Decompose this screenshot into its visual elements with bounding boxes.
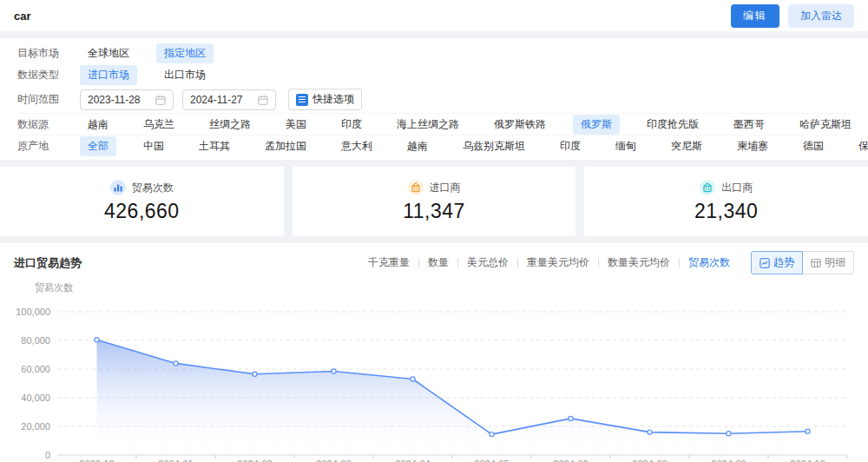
target-market-option[interactable]: 指定地区 [156,43,214,63]
svg-text:80,000: 80,000 [21,335,50,346]
data-type-label: 数据类型 [17,68,80,82]
data-source-label: 数据源 [17,117,80,132]
origin-option[interactable]: 孟加拉国 [257,136,314,156]
metric-tab-1[interactable]: 千克重量 [359,255,418,270]
stat-value: 11,347 [403,200,465,223]
origin-option[interactable]: 越南 [399,136,436,156]
target-market-options: 全球地区指定地区 [80,43,214,63]
svg-text:2023-12: 2023-12 [79,459,114,462]
origin-label: 原产地 [17,139,80,154]
origin-option[interactable]: 保加利亚 [851,136,868,156]
data-source-options: 越南乌克兰丝绸之路美国印度海上丝绸之路俄罗斯铁路俄罗斯印度抢先版墨西哥哈萨克斯坦… [80,115,868,135]
data-source-option[interactable]: 乌克兰 [135,115,182,135]
svg-text:2024-10: 2024-10 [790,459,825,462]
svg-text:100,000: 100,000 [16,307,50,317]
data-source-option[interactable]: 俄罗斯 [573,115,620,135]
origin-option[interactable]: 乌兹别克斯坦 [455,136,533,156]
metric-tabs: 千克重量数量美元总价重量美元均价数量美元均价贸易次数 [359,255,739,270]
stat-header: 贸易次数 [110,180,174,195]
filter-row-target-market: 目标市场 全球地区指定地区 [17,43,851,64]
calendar-icon [155,95,166,105]
calendar-icon [258,95,268,105]
view-toggle: 趋势明细 [751,251,854,274]
origin-option[interactable]: 中国 [135,136,172,156]
metric-tab-5[interactable]: 数量美元均价 [599,255,679,270]
origin-option[interactable]: 德国 [795,136,832,156]
trend-line-chart: 020,00040,00060,00080,000100,0002023-122… [14,296,854,462]
stats-row: 贸易次数 426,660 进口商 11,347 出口商 21,340 [0,167,868,236]
add-to-radar-button[interactable]: 加入雷达 [788,4,854,28]
start-date-value: 2023-11-28 [88,94,141,106]
origin-option[interactable]: 意大利 [333,136,380,156]
data-source-option[interactable]: 越南 [80,115,116,135]
svg-text:0: 0 [45,450,50,460]
origin-option[interactable]: 缅甸 [608,136,644,156]
chart-title: 进口贸易趋势 [14,255,82,271]
origin-option[interactable]: 印度 [552,136,589,156]
stat-label: 出口商 [721,181,753,195]
trend-view-button[interactable]: 趋势 [751,251,803,274]
svg-text:2024-02: 2024-02 [237,459,272,462]
metric-tab-6[interactable]: 贸易次数 [680,255,739,270]
data-type-option[interactable]: 进口市场 [80,65,137,85]
data-source-option[interactable]: 印度抢先版 [639,115,707,135]
data-type-option[interactable]: 出口市场 [156,65,214,85]
data-source-option[interactable]: 美国 [278,115,314,135]
page-title: car [14,10,31,23]
svg-text:2024-04: 2024-04 [395,459,430,462]
svg-text:2024-08: 2024-08 [632,459,667,462]
end-date-value: 2024-11-27 [190,94,243,106]
filter-row-data-source: 数据源 越南乌克兰丝绸之路美国印度海上丝绸之路俄罗斯铁路俄罗斯印度抢先版墨西哥哈… [17,113,851,135]
metric-tab-2[interactable]: 数量 [419,255,457,270]
origin-option[interactable]: 突尼斯 [663,136,710,156]
svg-text:40,000: 40,000 [21,393,50,403]
svg-text:2024-01: 2024-01 [158,459,193,462]
detail-view-button[interactable]: 明细 [803,251,854,274]
svg-text:2024-09: 2024-09 [711,459,746,462]
edit-button[interactable]: 编辑 [731,4,779,28]
target-market-option[interactable]: 全球地区 [80,43,137,63]
filter-row-origin: 原产地 全部中国土耳其孟加拉国意大利越南乌兹别克斯坦印度缅甸突尼斯柬埔寨德国保加… [17,135,851,156]
stat-label: 进口商 [430,181,461,195]
stat-card-贸易次数: 贸易次数 426,660 [0,167,284,236]
end-date-input[interactable]: 2024-11-27 [182,89,276,110]
data-source-option[interactable]: 丝绸之路 [201,115,259,135]
stat-value: 21,340 [694,200,758,223]
data-source-option[interactable]: 哈萨克斯坦 [792,115,859,135]
stat-header: 出口商 [700,180,753,195]
origin-option[interactable]: 柬埔寨 [729,136,776,156]
svg-text:2024-05: 2024-05 [474,459,509,462]
svg-text:2024-03: 2024-03 [316,459,351,462]
svg-text:60,000: 60,000 [21,364,50,374]
data-source-option[interactable]: 俄罗斯铁路 [486,115,554,135]
detail-table-icon [811,258,821,268]
quick-options-icon [296,94,308,106]
topbar-actions: 编辑 加入雷达 [731,4,854,28]
topbar: car 编辑 加入雷达 [0,0,868,31]
data-source-option[interactable]: 印度 [333,115,370,135]
chart-header: 进口贸易趋势 千克重量数量美元总价重量美元均价数量美元均价贸易次数 趋势明细 [14,251,854,274]
stat-card-出口商: 出口商 21,340 [584,167,868,236]
exporter-icon [700,180,715,195]
trend-icon [760,258,770,268]
quick-options-button[interactable]: 快捷选项 [288,89,362,110]
data-source-option[interactable]: 墨西哥 [726,115,773,135]
stat-label: 贸易次数 [132,181,174,195]
origin-option[interactable]: 土耳其 [191,136,238,156]
data-type-options: 进口市场出口市场 [80,65,214,85]
filter-panel: 目标市场 全球地区指定地区 数据类型 进口市场出口市场 时间范围 2023-11… [0,38,868,160]
data-source-option[interactable]: 海上丝绸之路 [389,115,467,135]
svg-text:2024-06: 2024-06 [553,459,588,462]
importer-icon [408,180,424,195]
quick-options-label: 快捷选项 [312,92,354,107]
metric-tab-4[interactable]: 重量美元均价 [518,255,598,270]
svg-text:20,000: 20,000 [21,421,50,432]
stat-card-进口商: 进口商 11,347 [293,167,576,236]
filter-row-data-type: 数据类型 进口市场出口市场 [17,64,851,86]
origin-option[interactable]: 全部 [80,136,116,156]
metric-tab-3[interactable]: 美元总价 [458,255,517,270]
stat-value: 426,660 [104,200,180,223]
trade-count-icon [110,180,126,195]
start-date-input[interactable]: 2023-11-28 [80,89,174,110]
y-axis-title: 贸易次数 [35,281,854,294]
